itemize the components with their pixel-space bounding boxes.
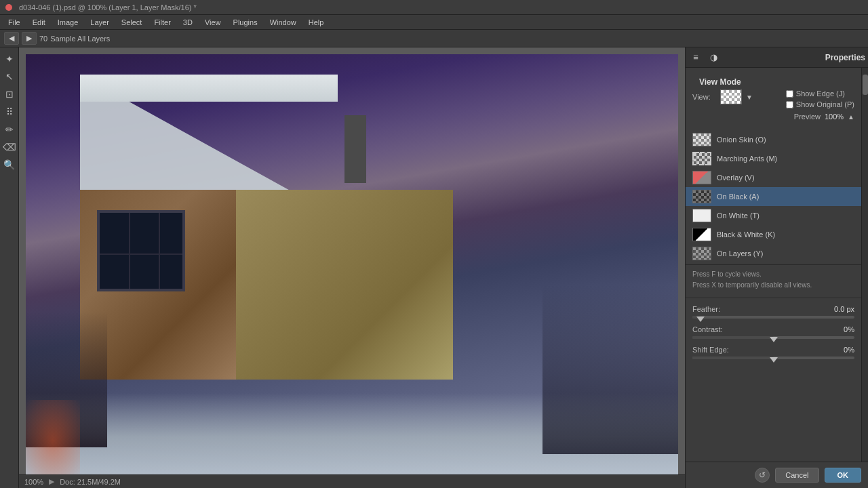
view-item-onion-skin[interactable]: Onion Skin (O) — [686, 130, 861, 149]
view-thumbnail[interactable] — [720, 89, 742, 104]
zoom-tool[interactable]: 🔍 — [2, 157, 17, 172]
view-item-on-black[interactable]: On Black (A) — [686, 187, 861, 206]
toolbar: ◀ ▶ 70 Sample All Layers — [0, 30, 868, 47]
menu-item-image[interactable]: Image — [52, 17, 84, 28]
canvas-content — [26, 54, 678, 481]
feather-track[interactable] — [692, 316, 854, 319]
triangle-icon: ▶ — [49, 477, 54, 486]
cancel-button[interactable]: Cancel — [775, 468, 818, 483]
contrast-row: Contrast: 0% — [692, 325, 854, 339]
menu-item-file[interactable]: File — [3, 17, 26, 28]
view-text-label: View: — [692, 93, 716, 101]
menu-item-filter[interactable]: Filter — [149, 17, 176, 28]
view-item-on-layers[interactable]: On Layers (Y) — [686, 244, 861, 263]
shift-edge-fill — [692, 357, 774, 359]
shift-edge-row: Shift Edge: 0% — [692, 346, 854, 359]
marquee-tool[interactable]: ⊡ — [2, 87, 17, 102]
view-item-black-white[interactable]: Black & White (K) — [686, 225, 861, 244]
view-mode-section: View Mode View: ▼ Show Edge (J) — [686, 68, 861, 129]
select-tool[interactable]: ✦ — [2, 52, 17, 66]
ok-button[interactable]: OK — [825, 468, 862, 483]
view-dropdown-arrow[interactable]: ▼ — [746, 94, 753, 101]
on-layers-thumb — [692, 247, 711, 260]
menu-item-plugins[interactable]: Plugins — [228, 17, 263, 28]
feather-value: 0.0 px — [834, 305, 854, 313]
press-x-hint: Press X to temporarily disable all views… — [692, 280, 854, 291]
zoom-display: 70 — [39, 35, 47, 43]
contrast-header: Contrast: 0% — [692, 325, 854, 333]
layers-icon-btn[interactable]: ≡ — [688, 50, 703, 65]
on-black-thumb — [692, 190, 711, 203]
trees-right — [542, 285, 678, 454]
feather-label: Feather: — [692, 305, 720, 313]
doc-size: Doc: 21.5M/49.2M — [60, 478, 121, 486]
view-list: Onion Skin (O) Marching Ants (M) Overlay… — [686, 129, 861, 264]
brush-tool[interactable]: ✏ — [2, 122, 17, 137]
view-mode-title: View Mode — [692, 72, 854, 89]
panel-icons-row: ≡ ◑ — [688, 50, 824, 65]
menu-item-window[interactable]: Window — [264, 17, 302, 28]
preview-value: 100% — [825, 113, 844, 121]
window-v1 — [129, 213, 130, 289]
contrast-track[interactable] — [692, 336, 854, 339]
menu-item-edit[interactable]: Edit — [27, 17, 51, 28]
reset-button[interactable]: ↺ — [755, 468, 770, 483]
menu-item-layer[interactable]: Layer — [85, 17, 115, 28]
show-original-label: Show Original (P) — [796, 100, 854, 108]
preview-label: Preview — [794, 113, 821, 121]
eraser-tool[interactable]: ⌫ — [2, 140, 17, 155]
view-item-overlay[interactable]: Overlay (V) — [686, 168, 861, 187]
marching-ants-thumb — [692, 152, 711, 165]
forward-button[interactable]: ▶ — [22, 32, 37, 45]
black-white-thumb — [692, 228, 711, 241]
move-tool[interactable]: ↖ — [2, 69, 17, 84]
shift-edge-track[interactable] — [692, 357, 854, 359]
view-checkboxes: Show Edge (J) Show Original (P) — [786, 89, 854, 108]
fg-glow — [26, 400, 80, 481]
onion-skin-thumb — [692, 133, 711, 146]
canvas-area: 100% ▶ Doc: 21.5M/49.2M — [19, 47, 685, 488]
contrast-label: Contrast: — [692, 325, 723, 333]
show-edge-checkbox[interactable] — [786, 90, 793, 98]
menu-item-3d[interactable]: 3D — [178, 17, 198, 28]
shift-edge-label: Shift Edge: — [692, 346, 729, 354]
adjustment-icon-btn[interactable]: ◑ — [706, 50, 721, 65]
chimney — [344, 115, 366, 183]
panel-scrollbar[interactable] — [861, 68, 868, 462]
tools-panel: ✦ ↖ ⊡ ⠿ ✏ ⌫ 🔍 — [0, 47, 19, 488]
press-hints: Press F to cycle views. Press X to tempo… — [686, 264, 861, 295]
sample-all-layers-label: Sample All Layers — [50, 35, 110, 43]
view-selector: View: ▼ — [692, 89, 753, 104]
view-item-marching-ants[interactable]: Marching Ants (M) — [686, 149, 861, 168]
lasso-tool[interactable]: ⠿ — [2, 104, 17, 119]
menu-item-view[interactable]: View — [199, 17, 226, 28]
zoom-status: 100% — [24, 478, 43, 486]
menu-item-select[interactable]: Select — [116, 17, 148, 28]
panel-tabs: ≡ ◑ Properties — [686, 47, 868, 68]
on-black-label: On Black (A) — [717, 192, 759, 201]
window — [97, 210, 185, 291]
back-button[interactable]: ◀ — [4, 32, 19, 45]
panel-content: View Mode View: ▼ Show Edge (J) — [686, 68, 861, 462]
house-right — [236, 190, 453, 380]
menu-item-help[interactable]: Help — [303, 17, 330, 28]
feather-thumb[interactable] — [696, 317, 705, 322]
onion-skin-label: Onion Skin (O) — [717, 136, 766, 144]
on-white-label: On White (T) — [717, 211, 760, 220]
contrast-thumb[interactable] — [770, 337, 778, 342]
show-edge-row: Show Edge (J) — [786, 89, 854, 98]
press-f-hint: Press F to cycle views. — [692, 269, 854, 280]
sliders-section: Feather: 0.0 px Contrast: 0% — [686, 301, 861, 370]
feather-row: Feather: 0.0 px — [692, 305, 854, 319]
show-original-row: Show Original (P) — [786, 100, 854, 108]
black-white-label: Black & White (K) — [717, 230, 775, 239]
preview-arrow-up[interactable]: ▲ — [848, 113, 854, 121]
close-button[interactable] — [5, 4, 12, 11]
show-edge-label: Show Edge (J) — [796, 89, 845, 98]
main-layout: ✦ ↖ ⊡ ⠿ ✏ ⌫ 🔍 — [0, 47, 868, 488]
scroll-thumb[interactable] — [863, 75, 868, 95]
shift-edge-thumb[interactable] — [770, 357, 778, 363]
marching-ants-label: Marching Ants (M) — [717, 155, 777, 163]
show-original-checkbox[interactable] — [786, 101, 793, 108]
view-item-on-white[interactable]: On White (T) — [686, 206, 861, 225]
